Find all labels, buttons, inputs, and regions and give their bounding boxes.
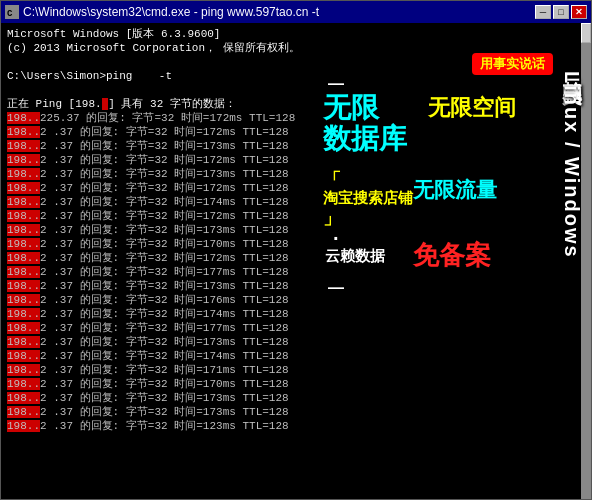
ping-row-17: 198..2 .37 的回复: 字节=32 时间=173ms TTL=128 <box>7 335 585 349</box>
ping-row-16: 198..2 .37 的回复: 字节=32 时间=177ms TTL=128 <box>7 321 585 335</box>
ping-row-23: 198..2 .37 的回复: 字节=32 时间=123ms TTL=128 <box>7 419 585 433</box>
cmd-body: Microsoft Windows [版本 6.3.9600] (c) 2013… <box>1 23 591 499</box>
cmd-icon: C <box>5 5 19 19</box>
cmd-line-blank2 <box>7 83 585 97</box>
title-bar-left: C C:\Windows\system32\cmd.exe - ping www… <box>5 5 319 19</box>
ping-row-8: 198..2 .37 的回复: 字节=32 时间=172ms TTL=128 <box>7 209 585 223</box>
title-bar: C C:\Windows\system32\cmd.exe - ping www… <box>1 1 591 23</box>
svg-text:C: C <box>7 9 13 18</box>
maximize-button[interactable]: □ <box>553 5 569 19</box>
cmd-line-version: Microsoft Windows [版本 6.3.9600] <box>7 27 585 41</box>
minimize-button[interactable]: ─ <box>535 5 551 19</box>
cmd-line-copyright: (c) 2013 Microsoft Corporation， 保留所有权利。 <box>7 41 585 55</box>
scrollbar[interactable] <box>581 23 591 499</box>
cmd-line-command: C:\Users\Simon>ping -t <box>7 69 585 83</box>
cmd-line-blank1 <box>7 55 585 69</box>
ping-row-9: 198..2 .37 的回复: 字节=32 时间=173ms TTL=128 <box>7 223 585 237</box>
ping-row-14: 198..2 .37 的回复: 字节=32 时间=176ms TTL=128 <box>7 293 585 307</box>
ping-row-1: 198..225.37 的回复: 字节=32 时间=172ms TTL=128 <box>7 111 585 125</box>
close-button[interactable]: ✕ <box>571 5 587 19</box>
ping-row-2: 198..2 .37 的回复: 字节=32 时间=172ms TTL=128 <box>7 125 585 139</box>
ping-header: 正在 Ping [198. ] 具有 32 字节的数据： <box>7 97 585 111</box>
ping-row-4: 198..2 .37 的回复: 字节=32 时间=172ms TTL=128 <box>7 153 585 167</box>
ping-row-19: 198..2 .37 的回复: 字节=32 时间=171ms TTL=128 <box>7 363 585 377</box>
ping-row-22: 198..2 .37 的回复: 字节=32 时间=173ms TTL=128 <box>7 405 585 419</box>
ping-row-11: 198..2 .37 的回复: 字节=32 时间=172ms TTL=128 <box>7 251 585 265</box>
ping-row-7: 198..2 .37 的回复: 字节=32 时间=174ms TTL=128 <box>7 195 585 209</box>
ping-row-10: 198..2 .37 的回复: 字节=32 时间=170ms TTL=128 <box>7 237 585 251</box>
title-buttons: ─ □ ✕ <box>535 5 587 19</box>
window-title: C:\Windows\system32\cmd.exe - ping www.5… <box>23 5 319 19</box>
ping-row-15: 198..2 .37 的回复: 字节=32 时间=174ms TTL=128 <box>7 307 585 321</box>
ping-row-12: 198..2 .37 的回复: 字节=32 时间=177ms TTL=128 <box>7 265 585 279</box>
cmd-window: C C:\Windows\system32\cmd.exe - ping www… <box>0 0 592 500</box>
ping-row-6: 198..2 .37 的回复: 字节=32 时间=172ms TTL=128 <box>7 181 585 195</box>
ping-row-20: 198..2 .37 的回复: 字节=32 时间=170ms TTL=128 <box>7 377 585 391</box>
ping-row-3: 198..2 .37 的回复: 字节=32 时间=173ms TTL=128 <box>7 139 585 153</box>
scrollbar-thumb[interactable] <box>581 23 591 43</box>
ping-row-18: 198..2 .37 的回复: 字节=32 时间=174ms TTL=128 <box>7 349 585 363</box>
ping-row-21: 198..2 .37 的回复: 字节=32 时间=173ms TTL=128 <box>7 391 585 405</box>
ping-row-13: 198..2 .37 的回复: 字节=32 时间=173ms TTL=128 <box>7 279 585 293</box>
ping-row-5: 198..2 .37 的回复: 字节=32 时间=173ms TTL=128 <box>7 167 585 181</box>
corporation-text: Corporation， <box>132 42 216 54</box>
